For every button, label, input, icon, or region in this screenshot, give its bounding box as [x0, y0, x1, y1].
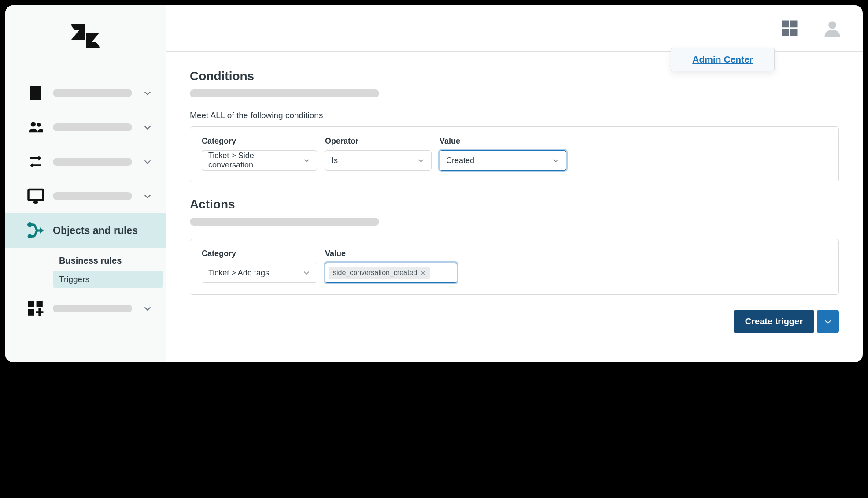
monitor-icon [26, 187, 45, 205]
svg-rect-11 [782, 29, 789, 36]
svg-rect-6 [28, 301, 34, 307]
svg-rect-8 [28, 309, 34, 316]
chevron-down-icon [303, 269, 310, 277]
condition-operator-select[interactable]: Is [325, 150, 432, 171]
actions-panel: Category Ticket > Add tags Value side_co… [190, 239, 839, 295]
placeholder [53, 305, 132, 312]
subnav-heading[interactable]: Business rules [53, 251, 166, 270]
svg-rect-4 [27, 222, 33, 228]
apps-grid-icon[interactable] [780, 19, 799, 37]
svg-point-1 [37, 123, 41, 127]
label-operator: Operator [325, 137, 432, 146]
placeholder [190, 89, 379, 97]
svg-point-3 [33, 201, 38, 204]
placeholder [53, 89, 132, 97]
conditions-panel: Category Ticket > Side conversation Oper… [190, 126, 839, 182]
subnav-item-triggers[interactable]: Triggers [53, 271, 163, 288]
condition-category-select[interactable]: Ticket > Side conversation [202, 150, 317, 171]
svg-rect-10 [790, 21, 798, 28]
action-category-select[interactable]: Ticket > Add tags [202, 263, 317, 283]
nav-label: Objects and rules [53, 225, 152, 237]
create-trigger-button[interactable]: Create trigger [734, 310, 814, 333]
sidebar: Objects and rules Business rules Trigger… [5, 5, 166, 362]
placeholder [190, 218, 379, 226]
chevron-down-icon [143, 304, 152, 313]
label-value: Value [440, 137, 566, 146]
label-value: Value [325, 249, 457, 258]
svg-rect-7 [37, 301, 43, 307]
admin-center-link[interactable]: Admin Center [692, 54, 753, 64]
chevron-down-icon [824, 317, 832, 326]
nav-item-workspaces[interactable] [5, 179, 166, 213]
workflow-icon [26, 221, 45, 240]
people-icon [26, 118, 45, 137]
chevron-down-icon [303, 156, 310, 164]
svg-point-5 [28, 234, 32, 238]
nav-item-account[interactable] [5, 76, 166, 110]
arrows-icon [26, 152, 45, 171]
placeholder [53, 158, 132, 166]
chevron-down-icon [143, 88, 152, 98]
chevron-down-icon [143, 191, 152, 201]
nav-item-channels[interactable] [5, 145, 166, 179]
action-value-tag-input[interactable]: side_conversation_created [325, 263, 457, 283]
label-category: Category [202, 137, 317, 146]
profile-icon[interactable] [823, 19, 842, 37]
zendesk-logo-icon [71, 24, 100, 48]
nav-item-people[interactable] [5, 110, 166, 145]
actions-title: Actions [190, 197, 839, 212]
create-trigger-dropdown[interactable] [817, 310, 839, 333]
placeholder [53, 123, 132, 131]
select-value: Created [446, 156, 474, 165]
svg-rect-12 [790, 29, 798, 36]
condition-value-select[interactable]: Created [440, 150, 566, 171]
admin-center-popup: Admin Center [671, 48, 775, 71]
svg-rect-9 [782, 21, 789, 28]
svg-rect-2 [29, 190, 43, 200]
svg-point-13 [828, 21, 836, 29]
main: Admin Center Conditions Meet ALL of the … [166, 5, 863, 362]
topbar [166, 5, 863, 52]
nav-item-apps[interactable] [5, 291, 166, 326]
chevron-down-icon [143, 123, 152, 132]
tag-text: side_conversation_created [333, 269, 417, 277]
tag[interactable]: side_conversation_created [329, 267, 430, 279]
chevron-down-icon [143, 157, 152, 167]
chevron-down-icon [552, 156, 560, 164]
chevron-down-icon [417, 156, 425, 164]
select-value: Ticket > Side conversation [208, 151, 298, 170]
footer-actions: Create trigger [190, 310, 839, 333]
placeholder [53, 192, 132, 200]
nav-item-objects-and-rules[interactable]: Objects and rules [5, 213, 166, 248]
nav: Objects and rules Business rules Trigger… [5, 67, 166, 362]
content: Conditions Meet ALL of the following con… [166, 52, 863, 362]
close-icon[interactable] [420, 270, 426, 276]
building-icon [26, 84, 45, 102]
svg-point-0 [31, 122, 36, 126]
apps-add-icon [26, 299, 45, 318]
label-category: Category [202, 249, 317, 258]
select-value: Is [332, 156, 338, 165]
subnav-business-rules: Business rules Triggers [5, 248, 166, 291]
conditions-subheading: Meet ALL of the following conditions [190, 111, 839, 120]
select-value: Ticket > Add tags [208, 268, 269, 278]
logo-area [5, 5, 166, 67]
